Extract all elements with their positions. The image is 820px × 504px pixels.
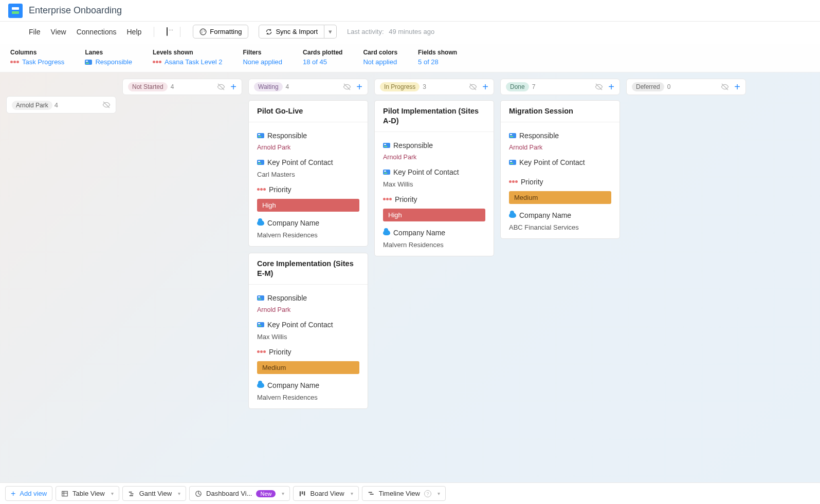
svg-point-1 [202,30,203,31]
filter-fields[interactable]: Fields shown 5 of 28 [418,49,457,66]
divider [180,27,180,37]
card-title: Pilot Implementation (Sites A-D) [375,101,494,132]
swimlane-name: Arnold Park [12,101,52,110]
visibility-off-icon[interactable] [469,83,477,91]
menu-view[interactable]: View [51,28,66,36]
field-company-value: Malvern Residences [257,231,359,239]
visibility-off-icon[interactable] [217,83,225,91]
field-responsible-value: Arnold Park [257,306,359,313]
dots-icon [509,180,518,183]
cloud-icon [383,230,390,235]
field-company-label: Company Name [267,381,319,389]
field-contact-label: Key Point of Contact [267,321,333,329]
filter-cards[interactable]: Cards plotted 18 of 45 [303,49,342,66]
sync-dropdown[interactable]: ▾ [324,25,337,39]
sync-button[interactable]: Sync & Import [259,25,324,39]
field-responsible-value: Arnold Park [509,144,611,151]
menu-help[interactable]: Help [126,28,141,36]
kanban-card[interactable]: Pilot Go-Live Responsible Arnold Park Ke… [248,100,368,247]
dots-icon [10,61,19,63]
filter-colors[interactable]: Card colors Not applied [363,49,397,66]
field-contact-label: Key Point of Contact [519,158,585,166]
add-card-icon[interactable]: + [356,83,362,90]
add-card-icon[interactable]: + [608,83,614,90]
field-company-label: Company Name [519,211,571,219]
dots-icon [153,61,161,63]
column-deferred: Deferred0 + [626,79,746,478]
column-waiting: Waiting4 + Pilot Go-Live Responsible Arn… [248,79,368,478]
card-icon [257,322,264,327]
field-responsible-value: Arnold Park [257,144,359,151]
dots-icon [257,188,266,191]
field-contact-label: Key Point of Contact [267,158,333,166]
kanban-board[interactable]: Arnold Park4 Not Started4 + Waiting4 + P… [0,72,820,484]
field-priority-value: Medium [257,361,359,374]
palette-icon [199,28,207,35]
dots-icon [383,198,392,200]
add-card-icon[interactable]: + [230,83,236,90]
field-responsible-label: Responsible [519,132,559,140]
card-title: Pilot Go-Live [249,101,368,122]
add-card-icon[interactable]: + [734,83,740,90]
field-contact-label: Key Point of Contact [393,168,459,176]
column-count: 3 [423,83,426,90]
card-icon [509,160,516,165]
dots-icon [257,350,266,353]
menu-file[interactable]: File [29,28,41,36]
sync-label: Sync & Import [276,28,318,35]
filter-columns[interactable]: Columns Task Progress [10,49,64,66]
visibility-off-icon[interactable] [595,83,603,91]
column-in-progress: In Progress3 + Pilot Implementation (Sit… [374,79,494,478]
field-responsible-label: Responsible [267,294,307,302]
field-responsible-value: Arnold Park [383,154,485,161]
kanban-card[interactable]: Pilot Implementation (Sites A-D) Respons… [374,100,494,256]
formatting-button[interactable]: Formatting [193,25,248,39]
menu-connections[interactable]: Connections [77,28,117,36]
field-contact-value: Carl Masters [257,171,359,178]
swimlane-count: 4 [54,101,58,109]
kanban-card[interactable]: Migration Session Responsible Arnold Par… [500,100,620,239]
last-activity: Last activity: 49 minutes ago [347,28,434,35]
kanban-card[interactable]: Core Implementation (Sites E-M) Responsi… [248,253,368,409]
card-title: Migration Session [501,101,619,122]
column-done: Done7 + Migration Session Responsible Ar… [500,79,620,478]
svg-point-0 [200,29,206,35]
column-count: 7 [532,83,536,90]
filter-levels[interactable]: Levels shown Asana Task Level 2 [153,49,223,66]
filter-lanes[interactable]: Lanes Responsible [85,49,132,66]
column-pill: Waiting [254,82,283,91]
card-icon [383,143,390,148]
visibility-off-icon[interactable] [721,83,729,91]
field-company-value: ABC Financial Services [509,223,611,231]
cloud-icon [257,220,264,226]
field-priority-label: Priority [269,185,291,194]
column-not-started: Not Started4 + [122,79,242,478]
divider [154,27,154,37]
cloud-icon [257,383,264,388]
field-contact-value: Max Willis [257,333,359,341]
visibility-off-icon[interactable] [343,83,351,91]
field-priority-value: High [257,199,359,212]
field-priority-label: Priority [521,178,543,186]
column-count: 4 [171,83,174,90]
field-company-label: Company Name [267,219,319,227]
svg-point-3 [202,32,203,33]
add-card-icon[interactable]: + [482,83,488,90]
field-contact-value: Max Willis [383,180,485,188]
svg-point-2 [204,30,205,31]
field-responsible-label: Responsible [267,132,307,140]
card-icon [383,170,390,175]
card-icon [509,133,516,138]
swimlane-header[interactable]: Arnold Park4 [6,96,116,114]
card-title: Core Implementation (Sites E-M) [249,253,368,285]
field-priority-value: High [383,209,485,221]
refresh-icon [265,28,272,35]
filter-filters[interactable]: Filters None applied [243,49,282,66]
column-pill: Not Started [128,82,168,91]
field-company-value: Malvern Residences [383,241,485,249]
chat-icon[interactable] [167,28,168,35]
visibility-off-icon[interactable] [102,101,111,109]
field-company-label: Company Name [393,229,445,237]
card-icon [257,133,264,138]
column-pill: Deferred [632,82,664,91]
